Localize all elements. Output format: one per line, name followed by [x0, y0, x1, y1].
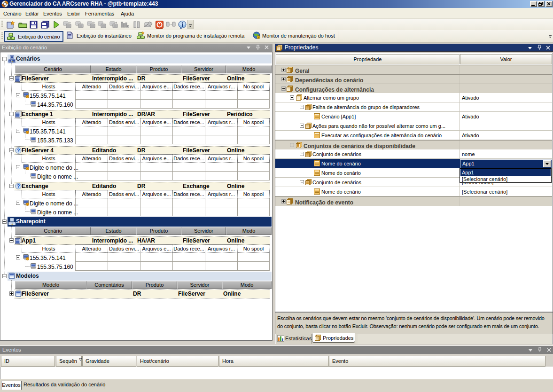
svg-text:?: ?	[17, 148, 20, 153]
svg-text:?: ?	[17, 183, 20, 189]
